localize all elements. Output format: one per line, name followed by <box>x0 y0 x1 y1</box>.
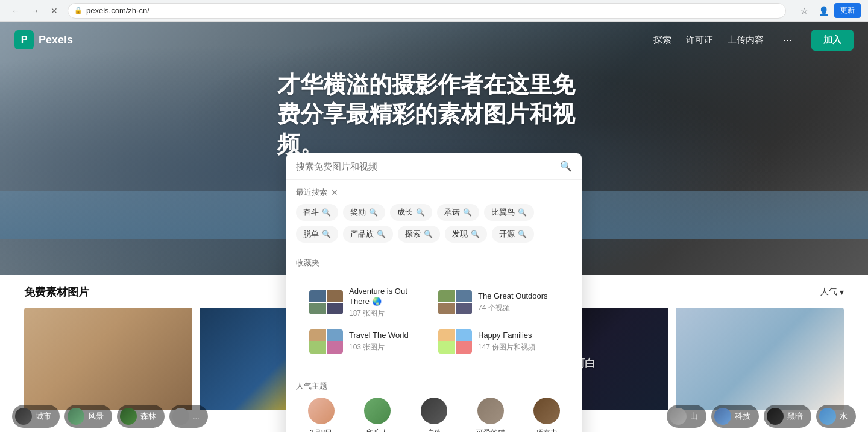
reload-button[interactable]: ✕ <box>46 2 63 19</box>
theme-march8[interactable]: 3月8日 <box>296 398 347 432</box>
recent-tag-7[interactable]: 探索 🔍 <box>398 226 440 243</box>
logo-icon: P <box>14 30 34 49</box>
logo-letter: P <box>21 34 28 45</box>
pill-label-tech: 科技 <box>735 411 750 422</box>
photo-cell-5[interactable] <box>676 308 844 410</box>
collection-count-adventure: 187 张图片 <box>349 308 430 319</box>
recent-tag-label-9: 开源 <box>499 229 515 240</box>
pill-dark[interactable]: 黑暗 <box>764 405 811 428</box>
thumb-part <box>327 303 344 315</box>
back-button[interactable]: ← <box>7 2 24 19</box>
collections-grid: Adventure is Out There 🌏 187 张图片 The Gre… <box>296 275 572 366</box>
pill-avatar-mountain <box>670 408 687 425</box>
theme-outdoor[interactable]: 户外 <box>409 398 459 432</box>
recent-tag-3[interactable]: 承诺 🔍 <box>437 204 479 221</box>
recent-tag-6[interactable]: 产品族 🔍 <box>343 226 393 243</box>
theme-label-chocolate: 巧克力 <box>536 428 558 432</box>
search-submit-button[interactable]: 🔍 <box>560 160 572 172</box>
recent-searches-label: 最近搜索 <box>296 187 327 198</box>
brand-name: Pexels <box>39 34 73 46</box>
recent-tag-label-2: 成长 <box>397 207 413 218</box>
collection-outdoors[interactable]: The Great Outdoors 74 个视频 <box>435 282 562 323</box>
address-bar[interactable]: 🔒 pexels.com/zh-cn/ <box>68 3 786 19</box>
thumb-part <box>309 303 326 315</box>
recent-tag-label-8: 发现 <box>452 229 468 240</box>
recent-searches-header: 最近搜索 ✕ <box>296 187 572 198</box>
pill-avatar-landscape <box>68 408 84 425</box>
navbar: P Pexels 探索 许可证 上传内容 ··· 加入 <box>0 22 868 58</box>
recent-tags-list: 奋斗 🔍 奖励 🔍 成长 🔍 承诺 🔍 比翼鸟 🔍 <box>296 204 572 243</box>
collection-travel[interactable]: Travel The World 103 张图片 <box>306 325 433 358</box>
explore-link[interactable]: 探索 <box>653 34 671 46</box>
lock-icon: 🔒 <box>74 7 83 14</box>
collection-count-family: 147 份图片和视频 <box>478 342 535 352</box>
sort-button[interactable]: 人气 ▾ <box>820 287 844 297</box>
themes-grid: 3月8日 印度人 户外 可爱的猫 巧克力 <box>296 398 572 432</box>
recent-tag-4[interactable]: 比翼鸟 🔍 <box>484 204 534 221</box>
thumb-part <box>327 329 344 341</box>
join-button[interactable]: 加入 <box>811 30 854 51</box>
update-button[interactable]: 更新 <box>834 3 861 18</box>
recent-tag-label-5: 脱单 <box>303 229 319 240</box>
pill-tech[interactable]: 科技 <box>711 405 759 428</box>
theme-chocolate[interactable]: 巧克力 <box>521 398 572 432</box>
theme-cat[interactable]: 可爱的猫 <box>465 398 516 432</box>
browser-star-button[interactable]: ☆ <box>796 2 813 19</box>
search-input[interactable] <box>296 161 554 171</box>
recent-tag-9[interactable]: 开源 🔍 <box>492 226 534 243</box>
pill-extra[interactable]: ... <box>169 405 208 428</box>
collection-thumb-adventure <box>309 290 343 314</box>
search-bar: 🔍 <box>286 153 582 180</box>
brand-logo[interactable]: P Pexels <box>14 30 73 49</box>
theme-avatar-march8 <box>308 398 335 424</box>
thumb-part <box>438 303 455 315</box>
collection-info-family: Happy Families 147 份图片和视频 <box>478 331 535 352</box>
recent-tag-label-1: 奖励 <box>350 207 366 218</box>
collection-adventure[interactable]: Adventure is Out There 🌏 187 张图片 <box>306 282 433 323</box>
thumb-part <box>438 329 455 341</box>
recent-tag-5[interactable]: 脱单 🔍 <box>296 226 338 243</box>
theme-india[interactable]: 印度人 <box>353 398 403 432</box>
collection-name-adventure: Adventure is Out There 🌏 <box>349 287 430 307</box>
recent-tag-label-3: 承诺 <box>444 207 460 218</box>
pill-mountain[interactable]: 山 <box>667 405 706 428</box>
recent-tag-label-0: 奋斗 <box>303 207 319 218</box>
recent-tag-1[interactable]: 奖励 🔍 <box>343 204 385 221</box>
forward-button[interactable]: → <box>27 2 43 19</box>
thumb-part <box>456 290 473 302</box>
clear-recent-button[interactable]: ✕ <box>331 188 338 197</box>
sort-label: 人气 <box>820 287 837 297</box>
pill-forest[interactable]: 森林 <box>117 405 165 428</box>
collections-section: 收藏夹 Adventure is Out There 🌏 187 张图片 <box>286 250 582 373</box>
recent-tag-2[interactable]: 成长 🔍 <box>390 204 432 221</box>
thumb-part <box>327 341 344 354</box>
recent-tag-0[interactable]: 奋斗 🔍 <box>296 204 338 221</box>
upload-link[interactable]: 上传内容 <box>728 34 764 46</box>
search-mini-icon-1: 🔍 <box>369 208 378 217</box>
collection-family[interactable]: Happy Families 147 份图片和视频 <box>435 325 562 358</box>
theme-avatar-chocolate <box>533 398 560 424</box>
photo-cell-1[interactable] <box>24 308 192 410</box>
pill-label-extra: ... <box>193 412 200 421</box>
collection-name-family: Happy Families <box>478 331 535 341</box>
collection-name-travel: Travel The World <box>349 331 409 341</box>
pill-city[interactable]: 城市 <box>12 405 60 428</box>
theme-label-cat: 可爱的猫 <box>476 428 505 432</box>
collection-count-travel: 103 张图片 <box>349 342 409 352</box>
pill-landscape[interactable]: 风景 <box>64 405 112 428</box>
browser-chrome: ← → ✕ 🔒 pexels.com/zh-cn/ ☆ 👤 更新 <box>0 0 868 22</box>
more-button[interactable]: ··· <box>778 31 797 49</box>
search-mini-icon-2: 🔍 <box>416 208 425 217</box>
search-mini-icon-0: 🔍 <box>322 208 331 217</box>
collections-header: 收藏夹 <box>296 258 572 268</box>
pill-label-city: 城市 <box>36 411 51 422</box>
popular-themes-header: 人气主题 <box>296 381 572 392</box>
popular-themes-label: 人气主题 <box>296 381 327 392</box>
theme-label-india: 印度人 <box>366 428 388 432</box>
browser-profile-button[interactable]: 👤 <box>815 2 832 19</box>
pill-water[interactable]: 水 <box>816 405 856 428</box>
theme-label-march8: 3月8日 <box>310 428 332 432</box>
recent-tag-8[interactable]: 发现 🔍 <box>445 226 487 243</box>
license-link[interactable]: 许可证 <box>686 34 713 46</box>
collection-thumb-family <box>438 329 472 354</box>
